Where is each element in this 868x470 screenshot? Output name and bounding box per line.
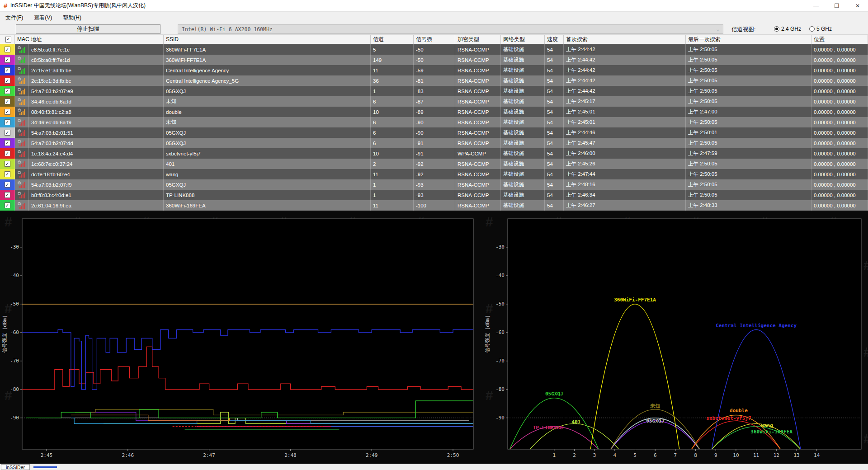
- table-row[interactable]: ✓2c:15:e1:3d:fb:bcCentral Intelligence A…: [0, 75, 868, 86]
- table-body: ✓c8:5b:a0:ff:7e:1c360WiFi-FF7E1A5-50RSNA…: [0, 44, 868, 211]
- ssid: 05GXQJ: [164, 86, 371, 96]
- channel: 1: [371, 179, 414, 190]
- column-header-6[interactable]: 网络类型: [501, 35, 545, 44]
- column-header-2[interactable]: SSID: [164, 35, 371, 44]
- table-row[interactable]: ✓2c:61:04:16:9f:ea360WiFi-169FEA11-100RS…: [0, 200, 868, 211]
- table-row[interactable]: ✓b8:f8:83:c4:0d:e1TP-LINK8881-93RSNA-CCM…: [0, 190, 868, 200]
- encryption-type: RSNA-CCMP: [455, 75, 501, 86]
- table-row[interactable]: ✓54:a7:03:b2:07:f905GXQJ1-93RSNA-CCMP基础设…: [0, 179, 868, 190]
- row-checkbox[interactable]: ✓: [0, 159, 15, 169]
- position: 0.00000 , 0.00000: [811, 200, 868, 211]
- signal-strength: -83: [414, 86, 455, 96]
- svg-text:-70: -70: [10, 358, 19, 364]
- first-seen: 上午 2:45:17: [564, 96, 686, 107]
- table-row[interactable]: ✓1c:18:4a:24:e4:d4sxbctvnet-yf5j710-91WP…: [0, 148, 868, 159]
- column-header-9[interactable]: 最后一次搜索: [686, 35, 811, 44]
- menu-help[interactable]: 帮助(H): [57, 12, 87, 24]
- mac-address: 54:a7:03:b2:07:dd: [29, 138, 164, 148]
- app-icon: #: [4, 2, 7, 9]
- row-checkbox[interactable]: ✓: [0, 200, 15, 211]
- encryption-type: RSNA-CCMP: [455, 86, 501, 96]
- mac-address: 2c:15:e1:3d:fb:be: [29, 65, 164, 75]
- row-checkbox[interactable]: ✓: [0, 86, 15, 96]
- minimize-button[interactable]: —: [806, 0, 826, 11]
- first-seen: 上午 2:44:42: [564, 75, 686, 86]
- table-row[interactable]: ✓34:46:ec:db:6a:f9未知6-90RSNA-CCMP基础设施54上…: [0, 117, 868, 127]
- signal-strength: -89: [414, 107, 455, 117]
- ssid: sxbctvnet-yf5j7: [164, 148, 371, 159]
- encryption-type: WPA-CCMP: [455, 148, 501, 159]
- speed: 54: [545, 148, 564, 159]
- signal-strength: -93: [414, 179, 455, 190]
- statusbar-tab[interactable]: inSSIDer: [1, 464, 30, 470]
- svg-text:6: 6: [654, 452, 657, 458]
- close-button[interactable]: ✕: [847, 0, 868, 11]
- svg-text:9: 9: [714, 452, 717, 458]
- speed: 54: [545, 65, 564, 75]
- signal-bars-icon: [15, 44, 29, 55]
- radio-2-4ghz[interactable]: 2.4 GHz: [774, 26, 801, 32]
- row-checkbox[interactable]: ✓: [0, 117, 15, 127]
- column-header-3[interactable]: 信道: [371, 35, 414, 44]
- row-checkbox[interactable]: ✓: [0, 55, 15, 65]
- table-row[interactable]: ✓c8:5b:a0:ff:7e:1c360WiFi-FF7E1A5-50RSNA…: [0, 44, 868, 55]
- first-seen: 上午 2:46:34: [564, 190, 686, 200]
- row-checkbox[interactable]: ✓: [0, 127, 15, 138]
- stop-scan-button[interactable]: 停止扫描: [16, 24, 160, 34]
- signal-strength: -50: [414, 55, 455, 65]
- signal-bars-icon: [15, 96, 29, 107]
- menu-view[interactable]: 查看(V): [28, 12, 57, 24]
- table-row[interactable]: ✓2c:15:e1:3d:fb:beCentral Intelligence A…: [0, 65, 868, 75]
- first-seen: 上午 2:44:42: [564, 55, 686, 65]
- row-checkbox[interactable]: ✓: [0, 96, 15, 107]
- table-row[interactable]: ✓54:a7:03:b2:07:e905GXQJ1-83RSNA-CCMP基础设…: [0, 86, 868, 96]
- signal-bars-icon: [15, 190, 29, 200]
- table-row[interactable]: ✓dc:fe:18:fb:60:e4wang11-92RSNA-CCMP基础设施…: [0, 169, 868, 179]
- menu-file[interactable]: 文件(F): [0, 12, 28, 24]
- row-checkbox[interactable]: ✓: [0, 169, 15, 179]
- table-row[interactable]: ✓54:a7:03:b2:07:dd05GXQJ6-91RSNA-CCMP基础设…: [0, 138, 868, 148]
- select-all-checkbox[interactable]: ✓: [0, 35, 15, 44]
- table-row[interactable]: ✓54:a7:03:b2:01:5105GXQJ6-90RSNA-CCMP基础设…: [0, 127, 868, 138]
- encryption-type: RSNA-CCMP: [455, 44, 501, 55]
- position: 0.00000 , 0.00000: [811, 117, 868, 127]
- row-checkbox[interactable]: ✓: [0, 65, 15, 75]
- row-checkbox[interactable]: ✓: [0, 190, 15, 200]
- column-header-10[interactable]: 位置: [811, 35, 868, 44]
- speed: 54: [545, 200, 564, 211]
- maximize-button[interactable]: ❐: [826, 0, 847, 11]
- first-seen: 上午 2:44:42: [564, 65, 686, 75]
- ssid: 05GXQJ: [164, 179, 371, 190]
- row-checkbox[interactable]: ✓: [0, 138, 15, 148]
- chevron-down-icon: ⌄: [716, 26, 719, 32]
- radio-2-4ghz-label: 2.4 GHz: [781, 26, 801, 32]
- row-checkbox[interactable]: ✓: [0, 179, 15, 190]
- table-row[interactable]: ✓1c:68:7e:c0:37:244012-92RSNA-CCMP基础设施54…: [0, 159, 868, 169]
- table-row[interactable]: ✓c8:5b:a0:ff:7e:1d360WiFi-FF7E1A149-50RS…: [0, 55, 868, 65]
- channel-view-radios: 2.4 GHz 5 GHz: [774, 26, 832, 32]
- row-checkbox[interactable]: ✓: [0, 148, 15, 159]
- radio-5ghz[interactable]: 5 GHz: [809, 26, 832, 32]
- row-checkbox[interactable]: ✓: [0, 75, 15, 86]
- adapter-dropdown[interactable]: Intel(R) Wi-Fi 6 AX200 160MHz ⌄: [178, 24, 723, 34]
- table-row[interactable]: ✓34:46:ec:db:6a:fd未知6-87RSNA-CCMP基础设施54上…: [0, 96, 868, 107]
- position: 0.00000 , 0.00000: [811, 86, 868, 96]
- column-header-5[interactable]: 加密类型: [455, 35, 501, 44]
- table-row[interactable]: ✓08:40:f3:81:c2:a8double10-89RSNA-CCMP基础…: [0, 107, 868, 117]
- channel: 6: [371, 96, 414, 107]
- column-header-1[interactable]: MAC 地址: [15, 35, 164, 44]
- column-header-4[interactable]: 信号强: [414, 35, 455, 44]
- network-type: 基础设施: [501, 159, 545, 169]
- row-checkbox[interactable]: ✓: [0, 107, 15, 117]
- mac-address: 1c:68:7e:c0:37:24: [29, 159, 164, 169]
- signal-bars-icon: [15, 179, 29, 190]
- network-type: 基础设施: [501, 148, 545, 159]
- encryption-type: RSNA-CCMP: [455, 200, 501, 211]
- speed: 54: [545, 159, 564, 169]
- column-header-7[interactable]: 速度: [545, 35, 564, 44]
- row-checkbox[interactable]: ✓: [0, 44, 15, 55]
- speed: 54: [545, 127, 564, 138]
- column-header-8[interactable]: 首次搜索: [564, 35, 686, 44]
- first-seen: 上午 2:44:42: [564, 44, 686, 55]
- svg-text:2:46: 2:46: [122, 452, 134, 458]
